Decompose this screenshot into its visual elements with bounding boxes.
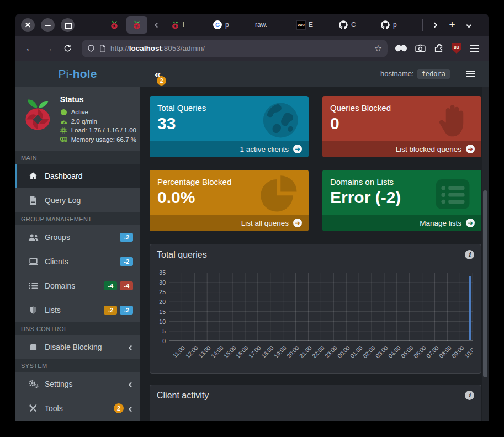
window-close-button[interactable] xyxy=(21,18,35,32)
scrollbar-thumb[interactable] xyxy=(483,190,487,377)
sidebar-section-group-management: GROUP MANAGEMENT xyxy=(15,212,140,225)
manage-lists-footer-link[interactable]: Manage lists ➔ xyxy=(322,215,481,231)
tab-label: C xyxy=(351,21,356,29)
list-all-tabs-button[interactable] xyxy=(460,17,477,33)
sidebar-section-dns-control: DNS CONTROL xyxy=(15,322,140,335)
window-controls xyxy=(21,18,75,32)
status-rate: 2.0 q/min xyxy=(71,117,97,126)
client-activity-panel: Client activity i xyxy=(150,385,481,421)
window-maximize-button[interactable] xyxy=(61,18,75,32)
sidebar-item-clients[interactable]: Clients -2 xyxy=(15,249,140,274)
total-queries-chart[interactable]: 35302520151050 11:0012:0013:0014:0015:00… xyxy=(150,265,481,373)
pihole-favicon xyxy=(132,20,141,29)
stat-card-domains-on-lists: Domains on Lists Error (-2) Manage lists… xyxy=(322,170,481,231)
sidebar-item-groups[interactable]: Groups -2 xyxy=(15,225,140,249)
new-tab-button[interactable]: + xyxy=(444,17,460,33)
tab-scroll-left-button[interactable] xyxy=(150,17,164,33)
app-header: Pi-hole « 2 hostname: fedora xyxy=(15,61,489,87)
card-title: Percentage Blocked xyxy=(150,170,309,186)
sidebar-item-dashboard[interactable]: Dashboard xyxy=(15,164,140,188)
browser-menu-button[interactable] xyxy=(470,43,479,54)
forward-button[interactable]: → xyxy=(40,40,57,57)
card-title: Total Queries xyxy=(150,96,309,113)
info-icon[interactable]: i xyxy=(465,250,474,259)
sidebar-item-settings[interactable]: Settings xyxy=(15,372,140,396)
status-title: Status xyxy=(60,95,136,104)
window-minimize-button[interactable] xyxy=(41,18,55,32)
reload-button[interactable] xyxy=(59,40,76,57)
sidebar-item-domains[interactable]: Domains -4 -4 xyxy=(15,274,140,298)
hamburger-icon xyxy=(466,73,475,74)
app-menu-button[interactable] xyxy=(463,66,479,82)
ublock-origin-icon[interactable]: uO xyxy=(452,43,461,54)
tracking-shield-icon[interactable] xyxy=(87,44,95,52)
extensions-puzzle-icon[interactable] xyxy=(434,44,443,53)
tools-icon xyxy=(27,404,39,413)
sidebar-item-label: Groups xyxy=(45,233,117,242)
dou-favicon: DOU xyxy=(297,21,305,29)
tab-pihole-active[interactable] xyxy=(126,16,147,34)
screenshot-camera-icon[interactable] xyxy=(415,44,426,52)
panel-header: Client activity i xyxy=(150,385,481,406)
chevron-left-icon xyxy=(154,22,160,28)
url-bar[interactable]: http://localhost:8053/admin/ ☆ xyxy=(82,40,388,57)
back-button[interactable]: ← xyxy=(21,40,39,57)
pihole-logo[interactable]: Pi-hole xyxy=(15,67,140,81)
sidebar-item-disable-blocking[interactable]: Disable Blocking xyxy=(15,335,140,359)
hamburger-icon xyxy=(470,48,479,49)
lists-count-badge: -2 xyxy=(120,306,133,315)
chevron-right-icon xyxy=(432,22,437,28)
sidebar-item-lists[interactable]: Lists -2 -2 xyxy=(15,298,140,322)
sidebar-section-main: MAIN xyxy=(15,151,140,164)
pihole-app: Pi-hole « 2 hostname: fedora Status Acti… xyxy=(15,61,489,421)
page-scrollbar[interactable] xyxy=(482,87,489,421)
tab-pihole-2[interactable]: l xyxy=(166,16,206,34)
tab-github-2[interactable]: p xyxy=(376,16,416,34)
tab-raw[interactable]: raw. xyxy=(250,16,290,34)
browser-window: l G p raw. DOU E C p + xyxy=(15,14,489,421)
tab-pihole-pinned[interactable] xyxy=(104,16,124,34)
tools-count-badge: 2 xyxy=(114,403,124,413)
panel-title: Total queries xyxy=(157,250,207,260)
all-queries-footer-link[interactable]: List all queries ➔ xyxy=(150,215,309,231)
chevron-left-icon xyxy=(129,380,133,388)
tab-dou[interactable]: DOU E xyxy=(292,16,332,34)
status-memory: Memory usage: 66.7 % xyxy=(71,135,136,145)
pihole-raspberry-logo xyxy=(21,94,55,136)
page-info-icon[interactable] xyxy=(99,45,106,52)
browser-toolbar: ← → http://localhost:8053/admin/ ☆ uO xyxy=(15,36,489,61)
card-value: Error (-2) xyxy=(322,186,481,207)
list-icon xyxy=(27,282,39,290)
tab-label: p xyxy=(393,21,397,29)
arrow-circle-right-icon: ➔ xyxy=(466,145,475,153)
sidebar-item-tools[interactable]: Tools 2 xyxy=(15,396,140,420)
total-queries-footer-link[interactable]: 1 active clients ➔ xyxy=(150,141,309,157)
total-queries-panel: Total queries i 35302520151050 11:0012:0… xyxy=(150,244,481,374)
domains-allow-badge: -4 xyxy=(104,281,117,290)
sidebar-item-query-log[interactable]: Query Log xyxy=(15,188,140,212)
arrow-circle-right-icon: ➔ xyxy=(293,218,302,227)
update-count-badge: 2 xyxy=(157,76,166,86)
sidebar-toggle[interactable]: « 2 xyxy=(155,68,167,79)
chevron-left-icon xyxy=(129,343,133,351)
hostname-value: fedora xyxy=(417,69,450,79)
domains-deny-badge: -4 xyxy=(120,281,133,290)
status-load: Load: 1.76 / 1.16 / 1.00 xyxy=(71,126,136,135)
sidebar-item-label: Dashboard xyxy=(45,172,133,180)
stat-card-total-queries: Total Queries 33 1 active clients ➔ xyxy=(150,96,309,157)
dashboard-content: Total Queries 33 1 active clients ➔ Quer… xyxy=(140,87,489,421)
info-icon[interactable]: i xyxy=(465,391,474,400)
bookmark-star-icon[interactable]: ☆ xyxy=(374,43,382,54)
container-mask-icon[interactable] xyxy=(395,45,407,52)
blocked-queries-footer-link[interactable]: List blocked queries ➔ xyxy=(322,141,481,157)
sidebar-item-label: Disable Blocking xyxy=(45,343,124,351)
tab-scroll-right-button[interactable] xyxy=(427,17,442,33)
github-favicon xyxy=(339,20,348,29)
chart-x-axis: 11:0012:0013:0014:0015:0016:0017:0018:00… xyxy=(169,341,473,372)
gauge-icon xyxy=(60,119,67,124)
tab-github-1[interactable]: C xyxy=(334,16,374,34)
stat-card-queries-blocked: Queries Blocked 0 List blocked queries ➔ xyxy=(322,96,481,157)
tab-google[interactable]: G p xyxy=(208,16,248,34)
hostname-display: hostname: fedora xyxy=(380,69,450,79)
tab-bar: l G p raw. DOU E C p + xyxy=(15,14,489,36)
